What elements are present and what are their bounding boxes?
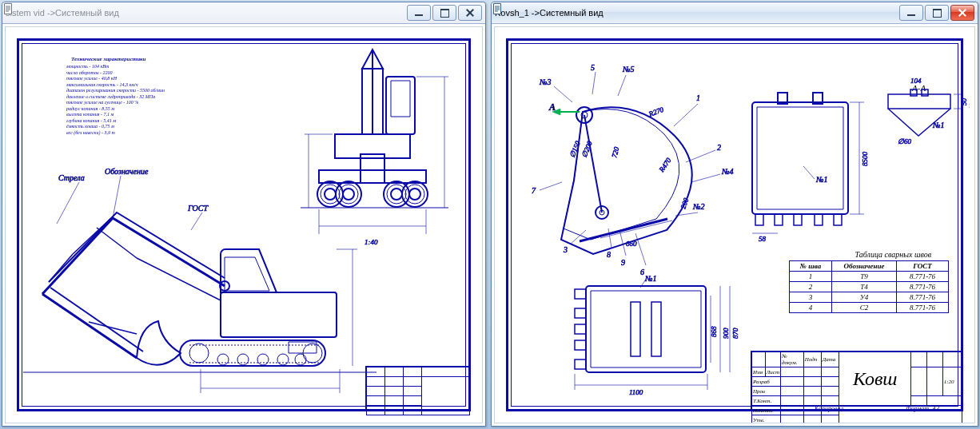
svg-point-33: [237, 354, 249, 365]
table-row: 4С28.771-76: [790, 303, 949, 313]
svg-line-46: [89, 322, 137, 334]
minimize-button[interactable]: [407, 5, 431, 21]
title-block: [365, 366, 471, 411]
seam-table: № шваОбозначениеГОСТ 1Т98.771-76 2Т48.77…: [789, 260, 949, 313]
close-button[interactable]: [458, 5, 482, 21]
svg-line-63: [580, 219, 667, 241]
svg-text:№3: №3: [539, 77, 551, 86]
svg-point-32: [217, 354, 229, 365]
svg-rect-57: [494, 4, 501, 14]
svg-line-64: [554, 86, 572, 102]
drawing-sheet: Технические характеристики мощность - 10…: [17, 38, 471, 411]
svg-line-74: [691, 174, 720, 182]
svg-text:2: 2: [717, 143, 721, 152]
svg-text:868: 868: [710, 326, 718, 337]
svg-text:1100: 1100: [629, 388, 643, 396]
document-icon: [2, 2, 15, 15]
svg-line-78: [540, 182, 562, 190]
svg-text:1: 1: [696, 93, 700, 102]
svg-line-45: [49, 254, 73, 282]
cad-window-kovsh: Kovsh_1 ->Системный вид: [491, 2, 978, 427]
svg-rect-129: [631, 302, 640, 356]
svg-point-30: [189, 344, 209, 363]
close-button[interactable]: [950, 5, 974, 21]
drawing-viewport[interactable]: Технические характеристики мощность - 10…: [5, 26, 483, 423]
svg-text:№5: №5: [622, 65, 634, 73]
svg-line-70: [674, 104, 698, 126]
svg-rect-19: [391, 81, 410, 117]
svg-line-62: [584, 115, 602, 213]
svg-text:8: 8: [607, 250, 611, 259]
svg-rect-135: [575, 359, 586, 369]
seam-table-title: Таблица сварных швов: [855, 250, 931, 259]
table-row: 1Т98.771-76: [790, 272, 949, 282]
svg-rect-15: [319, 170, 426, 183]
table-row: 2Т48.771-76: [790, 282, 949, 292]
window-title: sistem vid ->Системный вид: [6, 8, 407, 18]
svg-line-50: [191, 213, 202, 230]
svg-line-44: [73, 218, 111, 254]
titlebar[interactable]: sistem vid ->Системный вид: [2, 2, 485, 24]
svg-rect-127: [586, 286, 706, 372]
svg-point-14: [405, 185, 424, 204]
document-icon: [492, 2, 504, 15]
svg-rect-128: [591, 291, 701, 367]
svg-text:50: 50: [960, 98, 968, 106]
svg-text:№1: №1: [815, 175, 827, 184]
window-title: Kovsh_1 ->Системный вид: [495, 8, 899, 18]
svg-line-68: [618, 75, 626, 96]
svg-rect-18: [386, 77, 415, 134]
maximize-button[interactable]: [432, 5, 456, 21]
svg-text:Обозначение: Обозначение: [105, 167, 149, 176]
svg-point-34: [257, 354, 269, 365]
svg-text:8500: 8500: [861, 152, 869, 167]
svg-text:900: 900: [722, 328, 730, 339]
label-boom: Стрела: [58, 173, 85, 182]
svg-text:660: 660: [626, 240, 637, 248]
excavator-drawing: 1:40: [17, 38, 477, 414]
svg-point-13: [387, 185, 406, 204]
svg-point-35: [277, 354, 289, 365]
svg-rect-102: [755, 214, 763, 225]
svg-line-47: [57, 182, 79, 224]
svg-text:№4: №4: [721, 167, 733, 176]
svg-line-42: [137, 258, 221, 300]
minimize-button[interactable]: [899, 5, 923, 21]
svg-rect-39: [221, 292, 337, 337]
svg-rect-132: [575, 308, 586, 318]
svg-rect-99: [757, 107, 843, 209]
cad-window-system-view: sistem vid ->Системный вид Технические х…: [2, 2, 486, 427]
drawing-sheet: №3 5 №5 1 2 №4 №2 7 3 8 9 6 А: [506, 38, 963, 411]
svg-text:R270: R270: [647, 105, 665, 118]
svg-text:40: 40: [968, 103, 970, 111]
titlebar[interactable]: Kovsh_1 ->Системный вид: [492, 2, 978, 24]
svg-text:104: 104: [910, 77, 922, 85]
svg-rect-133: [575, 324, 586, 334]
svg-point-4: [325, 189, 336, 200]
table-row: 3У48.771-76: [790, 292, 949, 303]
svg-line-72: [686, 150, 715, 162]
svg-point-6: [343, 189, 354, 200]
svg-point-8: [391, 189, 402, 200]
svg-line-114: [803, 166, 815, 179]
svg-text:1:40: 1:40: [365, 238, 378, 246]
svg-rect-0: [5, 4, 12, 14]
maximize-button[interactable]: [925, 5, 949, 21]
svg-text:5: 5: [591, 63, 595, 72]
svg-line-82: [608, 228, 612, 248]
svg-rect-98: [752, 102, 848, 214]
svg-point-10: [409, 189, 420, 200]
footer-format: Формат А3: [893, 397, 939, 413]
drawing-viewport[interactable]: №3 5 №5 1 2 №4 №2 7 3 8 9 6 А: [494, 26, 975, 423]
svg-text:58: 58: [759, 235, 767, 243]
svg-point-12: [339, 185, 358, 204]
svg-text:720: 720: [610, 145, 620, 158]
svg-rect-105: [815, 214, 823, 225]
svg-text:R470: R470: [657, 156, 673, 174]
svg-point-36: [295, 354, 306, 365]
svg-rect-116: [888, 94, 950, 109]
svg-text:6: 6: [640, 268, 644, 276]
svg-line-43: [97, 228, 137, 258]
svg-text:200: 200: [679, 197, 690, 210]
svg-text:7: 7: [532, 186, 536, 195]
